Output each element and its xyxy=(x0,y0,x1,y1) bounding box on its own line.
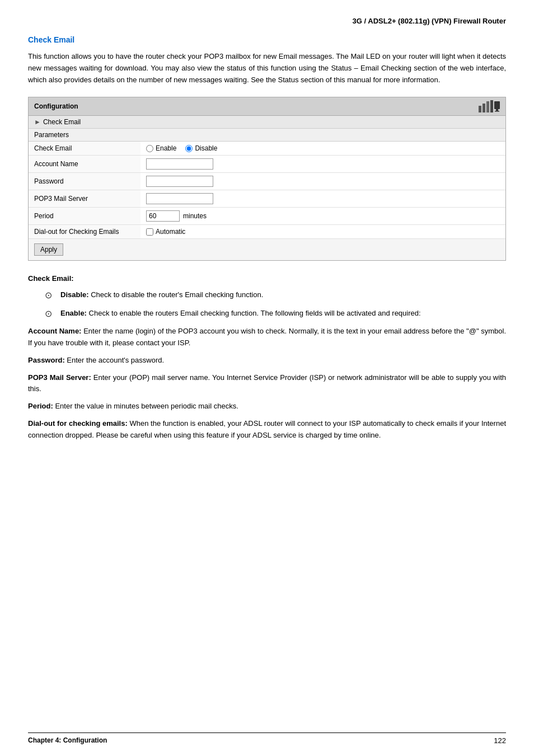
check-email-radio-group: Enable Disable xyxy=(146,144,500,152)
check-email-label: Check Email xyxy=(29,142,140,156)
config-panel-header-label: Configuration xyxy=(34,102,78,110)
automatic-checkbox[interactable] xyxy=(146,228,153,236)
header-icon-group xyxy=(479,100,500,112)
pop3-input[interactable] xyxy=(146,193,213,204)
network-icon xyxy=(479,100,500,112)
param-period: Period: Enter the value in minutes betwe… xyxy=(28,401,506,412)
minutes-label: minutes xyxy=(183,212,207,220)
pop3-row: POP3 Mail Server xyxy=(29,190,505,208)
param-pop3-bold: POP3 Mail Server: xyxy=(28,373,91,382)
automatic-label: Automatic xyxy=(156,228,185,236)
dialout-cell: Automatic xyxy=(140,225,505,239)
page-footer: Chapter 4: Configuration 122 xyxy=(28,732,506,745)
apply-row: Apply xyxy=(29,239,505,260)
pop3-cell xyxy=(140,190,505,208)
period-label: Period xyxy=(29,208,140,225)
pop3-label: POP3 Mail Server xyxy=(29,190,140,208)
enable-bullet-text: Enable: Check to enable the routers Emai… xyxy=(60,308,421,320)
disable-bullet-symbol: ⊙ xyxy=(45,289,56,302)
svg-rect-1 xyxy=(483,104,485,112)
page-header: 3G / ADSL2+ (802.11g) (VPN) Firewall Rou… xyxy=(28,17,506,25)
check-email-controls: Enable Disable xyxy=(140,142,505,156)
password-label: Password xyxy=(29,173,140,190)
password-input[interactable] xyxy=(146,176,213,187)
footer-page: 122 xyxy=(494,736,506,745)
subheader-label: Check Email xyxy=(43,118,81,126)
param-dialout: Dial-out for checking emails: When the f… xyxy=(28,418,506,442)
enable-label: Enable xyxy=(156,144,176,152)
disable-label: Disable xyxy=(195,144,217,152)
check-email-row: Check Email Enable Disable xyxy=(29,142,505,156)
period-row: Period minutes xyxy=(29,208,505,225)
dialout-label: Dial-out for Checking Emails xyxy=(29,225,140,239)
password-row: Password xyxy=(29,173,505,190)
param-account-name-bold: Account Name: xyxy=(28,327,81,335)
descriptions-section: Check Email: ⊙ Disable: Check to disable… xyxy=(28,274,506,441)
header-title: 3G / ADSL2+ (802.11g) (VPN) Firewall Rou… xyxy=(353,17,506,25)
disable-bullet-text: Disable: Check to disable the router's E… xyxy=(60,289,263,301)
param-period-bold: Period: xyxy=(28,402,53,410)
enable-option[interactable]: Enable xyxy=(146,144,176,152)
desc-main-title: Check Email: xyxy=(28,274,506,283)
config-panel: Configuration ►Check Email Parameters Ch xyxy=(28,97,506,261)
bullet-disable: ⊙ Disable: Check to disable the router's… xyxy=(28,289,506,302)
apply-button[interactable]: Apply xyxy=(34,243,63,256)
svg-rect-6 xyxy=(495,111,499,112)
config-subheader: ►Check Email xyxy=(29,116,505,129)
svg-rect-3 xyxy=(490,100,493,112)
disable-option[interactable]: Disable xyxy=(185,144,217,152)
params-header: Parameters xyxy=(29,129,505,142)
disable-bold: Disable: xyxy=(60,290,89,299)
period-input[interactable] xyxy=(146,210,180,222)
account-name-row: Account Name xyxy=(29,156,505,173)
password-cell xyxy=(140,173,505,190)
period-controls: minutes xyxy=(146,210,500,222)
param-password: Password: Enter the account's password. xyxy=(28,355,506,367)
account-name-input[interactable] xyxy=(146,158,213,170)
enable-bullet-symbol: ⊙ xyxy=(45,308,56,320)
svg-rect-2 xyxy=(486,101,489,112)
param-account-name: Account Name: Enter the name (login) of … xyxy=(28,326,506,349)
svg-rect-4 xyxy=(494,101,500,109)
param-pop3: POP3 Mail Server: Enter your (POP) mail … xyxy=(28,372,506,396)
dialout-row: Dial-out for Checking Emails Automatic xyxy=(29,225,505,239)
footer-chapter: Chapter 4: Configuration xyxy=(28,736,107,745)
section-title: Check Email xyxy=(28,35,506,44)
period-cell: minutes xyxy=(140,208,505,225)
config-panel-header: Configuration xyxy=(29,97,505,116)
account-name-label: Account Name xyxy=(29,156,140,173)
enable-radio[interactable] xyxy=(146,145,153,152)
intro-text: This function allows you to have the rou… xyxy=(28,51,506,86)
enable-bold: Enable: xyxy=(60,309,87,317)
svg-rect-0 xyxy=(479,106,481,112)
subheader-arrow: ► xyxy=(34,118,41,126)
account-name-cell xyxy=(140,156,505,173)
disable-radio[interactable] xyxy=(185,145,193,152)
config-form-table: Check Email Enable Disable xyxy=(29,142,505,239)
param-password-bold: Password: xyxy=(28,356,65,364)
bullet-enable: ⊙ Enable: Check to enable the routers Em… xyxy=(28,308,506,320)
svg-rect-5 xyxy=(496,109,498,111)
param-dialout-bold: Dial-out for checking emails: xyxy=(28,419,128,428)
automatic-option[interactable]: Automatic xyxy=(146,228,500,236)
